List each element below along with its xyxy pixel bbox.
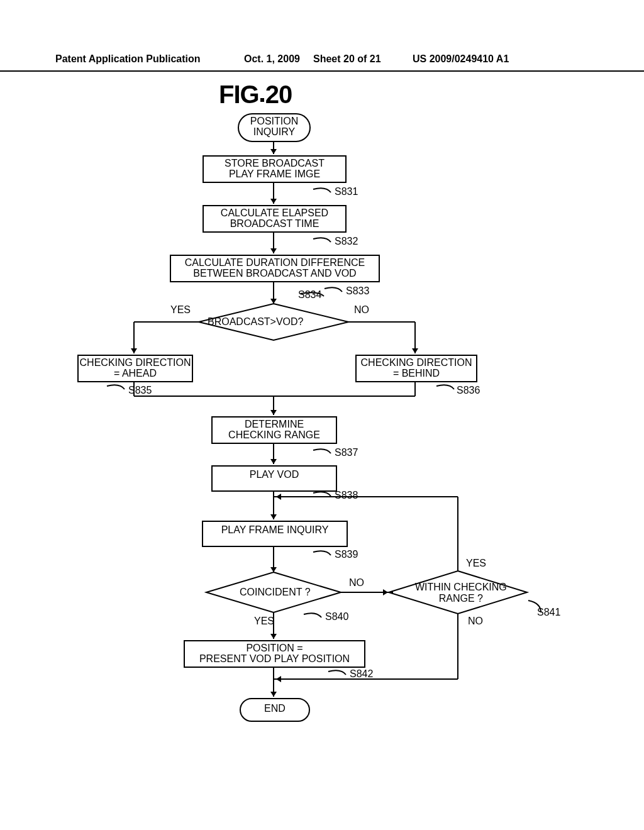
step-s842: S842	[350, 668, 373, 680]
process-calc-diff: CALCULATE DURATION DIFFERENCE BETWEEN BR…	[170, 255, 380, 282]
process-check-range: DETERMINE CHECKING RANGE	[211, 416, 337, 444]
arrow-icon	[270, 299, 277, 304]
arrow-icon	[270, 514, 277, 519]
process-play-vod: PLAY VOD	[211, 465, 337, 492]
step-s839: S839	[335, 549, 358, 560]
flowchart-lines	[0, 0, 644, 830]
step-s841: S841	[537, 607, 560, 618]
process-store-frame: STORE BROADCAST PLAY FRAME IMGE	[203, 155, 347, 183]
n1-text: STORE BROADCAST PLAY FRAME IMGE	[225, 158, 325, 179]
step-s832: S832	[335, 236, 358, 247]
arrow-icon	[270, 459, 277, 464]
arrow-icon	[270, 248, 277, 253]
arrow-icon	[270, 567, 277, 572]
start-text: POSITION INQUIRY	[250, 116, 298, 137]
arrow-icon	[131, 348, 137, 353]
decision-coincident: COINCIDENT ?	[240, 587, 311, 598]
step-s834: S834	[298, 289, 321, 301]
branch-yes: YES	[254, 616, 274, 627]
step-s833: S833	[346, 285, 369, 297]
process-frame-inquiry: PLAY FRAME INQUIRY	[202, 521, 348, 547]
arrow-icon	[270, 199, 277, 204]
process-direction-behind: CHECKING DIRECTION = BEHIND	[355, 355, 477, 382]
process-direction-ahead: CHECKING DIRECTION = AHEAD	[77, 355, 193, 382]
n6-text: DETERMINE CHECKING RANGE	[228, 419, 320, 440]
n3-text: CALCULATE DURATION DIFFERENCE BETWEEN BR…	[185, 257, 365, 279]
n10-text: POSITION = PRESENT VOD PLAY POSITION	[199, 643, 350, 664]
arrow-icon	[276, 494, 281, 500]
branch-no: NO	[349, 577, 364, 589]
arrow-icon	[276, 676, 281, 682]
decision-broadcast-vod: BROADCAST>VOD?	[208, 316, 303, 328]
arrow-icon	[270, 149, 277, 154]
n2-text: CALCULATE ELAPSED BROADCAST TIME	[221, 208, 328, 229]
page: Patent Application Publication Oct. 1, 2…	[0, 0, 644, 830]
n8-text: PLAY FRAME INQUIRY	[221, 524, 329, 535]
arrow-icon	[270, 692, 277, 697]
step-s840: S840	[325, 611, 348, 622]
terminal-end: END	[240, 698, 310, 722]
branch-yes: YES	[170, 304, 191, 316]
branch-no: NO	[468, 616, 483, 627]
arrow-icon	[383, 589, 388, 595]
branch-no: NO	[354, 304, 369, 316]
decision-within-range: WITHIN CHECKING RANGE ?	[415, 582, 507, 604]
step-s837: S837	[335, 447, 358, 458]
branch-yes: YES	[466, 558, 486, 569]
n7-text: PLAY VOD	[250, 469, 299, 480]
step-s836: S836	[457, 385, 480, 396]
step-s835: S835	[128, 385, 152, 396]
step-s831: S831	[335, 186, 358, 197]
end-text: END	[264, 703, 286, 714]
process-calc-elapsed: CALCULATE ELAPSED BROADCAST TIME	[203, 205, 347, 233]
arrow-icon	[412, 348, 418, 353]
n5b-text: CHECKING DIRECTION = BEHIND	[361, 357, 472, 379]
arrow-icon	[270, 410, 277, 415]
step-s838: S838	[335, 490, 358, 501]
process-position: POSITION = PRESENT VOD PLAY POSITION	[184, 640, 365, 668]
arrow-icon	[270, 634, 277, 639]
terminal-start: POSITION INQUIRY	[238, 113, 311, 142]
n5a-text: CHECKING DIRECTION = AHEAD	[80, 357, 191, 379]
